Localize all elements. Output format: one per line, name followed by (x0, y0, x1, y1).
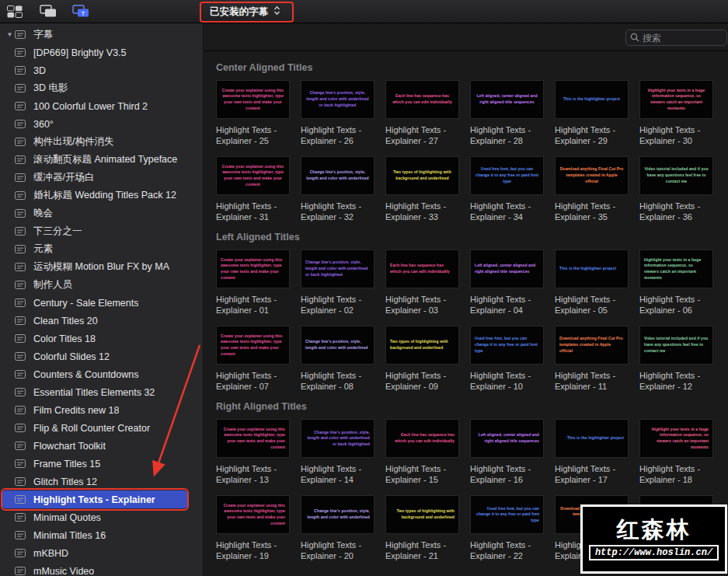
sidebar-item[interactable]: 100 Colorful Lower Third 2 (2, 97, 187, 115)
sidebar-item[interactable]: mMusic Video (2, 562, 187, 576)
title-cell[interactable]: Left aligned, center aligned and right a… (470, 250, 544, 316)
title-thumbnail[interactable]: Change line's position, style, length an… (301, 156, 374, 195)
title-cell[interactable]: Change line's position, style, length an… (301, 326, 374, 392)
sidebar-item[interactable]: 360° (2, 115, 187, 133)
title-cell[interactable]: Highlight your texts in a huge informati… (639, 419, 713, 485)
title-thumbnail[interactable]: Change line's position, style, length an… (301, 419, 374, 458)
sidebar-item[interactable]: 滚动翻页标题 Animated Typeface (2, 151, 187, 169)
title-cell[interactable]: Highlight your texts in a huge informati… (639, 250, 713, 316)
title-cell[interactable]: Create your explainer using this awesome… (216, 80, 290, 146)
title-thumbnail[interactable]: Highlight your texts in a huge informati… (639, 250, 713, 288)
title-thumbnail[interactable]: This is the highlighter project (555, 250, 629, 288)
title-cell[interactable]: Change line's position, style, length an… (301, 156, 374, 222)
search-input[interactable] (643, 33, 723, 44)
media-browser-icon[interactable] (7, 0, 23, 23)
sidebar-item[interactable]: Minimal Quotes (2, 508, 187, 526)
title-cell[interactable]: This is the highlighter project Highligh… (555, 419, 629, 485)
title-cell[interactable]: Video tutorial included and if you have … (639, 156, 713, 222)
title-cell[interactable]: Change line's position, style, length an… (301, 495, 374, 561)
title-cell[interactable]: Used free font, but you can change it to… (470, 156, 544, 222)
title-cell[interactable]: Change line's position, style, length an… (301, 80, 374, 146)
title-cell[interactable]: Create your explainer using this awesome… (216, 495, 290, 561)
title-cell[interactable]: Left aligned, center aligned and right a… (470, 419, 544, 485)
titles-generators-browser-icon[interactable]: T (72, 0, 89, 23)
title-cell[interactable]: Each line has sequence has which you can… (385, 419, 459, 485)
title-thumbnail[interactable]: Create your explainer using this awesome… (216, 156, 290, 195)
sidebar-item[interactable]: mKBHD (2, 544, 187, 562)
title-thumbnail[interactable]: Two types of highlighting with backgroun… (385, 156, 459, 195)
title-cell[interactable]: Used free font, but you can change it to… (470, 495, 544, 561)
title-thumbnail[interactable]: Video tutorial included and if you have … (639, 156, 713, 195)
sidebar-item[interactable]: Counters & Countdowns (2, 365, 187, 383)
title-thumbnail[interactable]: Video tutorial included and if you have … (639, 326, 713, 365)
title-cell[interactable]: Used free font, but you can change it to… (470, 326, 544, 392)
sidebar-item[interactable]: 婚礼标题 Wedding Titles Pack 12 (2, 187, 187, 204)
title-thumbnail[interactable]: Used free font, but you can change it to… (470, 326, 544, 365)
title-thumbnail[interactable]: Download anything Final Cut Pro template… (555, 326, 629, 365)
title-thumbnail[interactable]: Highlight your texts in a huge informati… (639, 80, 713, 119)
photos-videos-browser-icon[interactable] (40, 0, 57, 23)
sidebar-item[interactable]: Essential Titles Elements 32 (2, 383, 187, 401)
title-thumbnail[interactable]: This is the highlighter project (555, 419, 629, 458)
sidebar-item[interactable]: 元素 (2, 240, 187, 258)
title-cell[interactable]: Download anything Final Cut Pro template… (555, 156, 629, 222)
title-cell[interactable]: Left aligned, center aligned and right a… (470, 80, 544, 146)
sidebar-item[interactable]: Minimal Titles 16 (2, 526, 187, 544)
title-thumbnail[interactable]: This is the highlighter project (555, 80, 629, 119)
title-cell[interactable]: Each line has sequence has which you can… (385, 80, 459, 146)
title-thumbnail[interactable]: Create your explainer using this awesome… (216, 80, 290, 119)
title-thumbnail[interactable]: Two types of highlighting with backgroun… (385, 326, 459, 365)
title-cell[interactable]: Each line has sequence has which you can… (385, 250, 459, 316)
title-thumbnail[interactable]: Highlight your texts in a huge informati… (639, 419, 713, 458)
sidebar-item[interactable]: [DP669] Brightly V3.5 (2, 44, 187, 61)
sidebar-item[interactable]: Film Credits new 18 (2, 401, 187, 419)
title-thumbnail[interactable]: Left aligned, center aligned and right a… (470, 419, 544, 458)
sidebar-item[interactable]: Color Titles 18 (2, 330, 187, 347)
title-thumbnail[interactable]: Each line has sequence has which you can… (385, 80, 459, 119)
sidebar-item[interactable]: 运动模糊 Motion Blur FX by MA (2, 258, 187, 276)
title-cell[interactable]: Two types of highlighting with backgroun… (385, 156, 459, 222)
sidebar-item[interactable]: Highlight Texts - Explainer (2, 490, 187, 508)
title-cell[interactable]: Highlight your texts in a huge informati… (639, 80, 713, 146)
title-thumbnail[interactable]: Create your explainer using this awesome… (216, 250, 290, 288)
title-thumbnail[interactable]: Each line has sequence has which you can… (385, 250, 459, 288)
title-thumbnail[interactable]: Download anything Final Cut Pro template… (555, 156, 629, 195)
title-thumbnail[interactable]: Change line's position, style, length an… (301, 80, 374, 119)
title-thumbnail[interactable]: Create your explainer using this awesome… (216, 326, 290, 365)
sidebar-item[interactable]: Colorful Slides 12 (2, 347, 187, 365)
title-thumbnail[interactable]: Each line has sequence has which you can… (385, 419, 459, 458)
sidebar-item[interactable]: 3D 电影 (2, 79, 187, 97)
sidebar-item[interactable]: Flip & Roll Counter Creator (2, 419, 187, 437)
title-thumbnail[interactable]: Change line's position, style, length an… (301, 326, 374, 365)
disclosure-triangle-icon[interactable]: ▼ (5, 31, 15, 38)
sidebar-item[interactable]: 缓冲器/开场白 (2, 169, 187, 187)
title-thumbnail[interactable]: Used free font, but you can change it to… (470, 495, 544, 534)
title-cell[interactable]: Create your explainer using this awesome… (216, 326, 290, 392)
title-cell[interactable]: Two types of highlighting with backgroun… (385, 326, 459, 392)
title-thumbnail[interactable]: Two types of highlighting with backgroun… (385, 495, 459, 534)
title-cell[interactable]: Create your explainer using this awesome… (216, 419, 290, 485)
sidebar-item[interactable]: 构件出现/构件消失 (2, 133, 187, 151)
sidebar-item[interactable]: Clean Titles 20 (2, 312, 187, 330)
sidebar-item[interactable]: Frame Titles 15 (2, 455, 187, 473)
title-cell[interactable]: Download anything Final Cut Pro template… (555, 326, 629, 392)
title-cell[interactable]: Video tutorial included and if you have … (639, 326, 713, 392)
title-cell[interactable]: This is the highlighter project Highligh… (555, 250, 629, 316)
title-cell[interactable]: Change line's position, style, length an… (301, 250, 374, 316)
sidebar-item[interactable]: ▼ 字幕 (2, 26, 187, 44)
title-cell[interactable]: This is the highlighter project Highligh… (555, 80, 629, 146)
title-thumbnail[interactable]: Create your explainer using this awesome… (216, 495, 290, 534)
sidebar-item[interactable]: Flowchart Toolkit (2, 437, 187, 455)
title-cell[interactable]: Create your explainer using this awesome… (216, 250, 290, 316)
sidebar-item[interactable]: 下三分之一 (2, 222, 187, 240)
title-thumbnail[interactable]: Left aligned, center aligned and right a… (470, 250, 544, 288)
sidebar-item[interactable]: Century - Sale Elements (2, 294, 187, 312)
title-thumbnail[interactable]: Change line's position, style, length an… (301, 250, 374, 288)
title-cell[interactable]: Two types of highlighting with backgroun… (385, 495, 459, 561)
title-thumbnail[interactable]: Left aligned, center aligned and right a… (470, 80, 544, 119)
title-thumbnail[interactable]: Create your explainer using this awesome… (216, 419, 290, 458)
sidebar-item[interactable]: 3D (2, 61, 187, 79)
sidebar-item[interactable]: 制作人员 (2, 276, 187, 294)
title-cell[interactable]: Create your explainer using this awesome… (216, 156, 290, 222)
title-cell[interactable]: Change line's position, style, length an… (301, 419, 374, 485)
